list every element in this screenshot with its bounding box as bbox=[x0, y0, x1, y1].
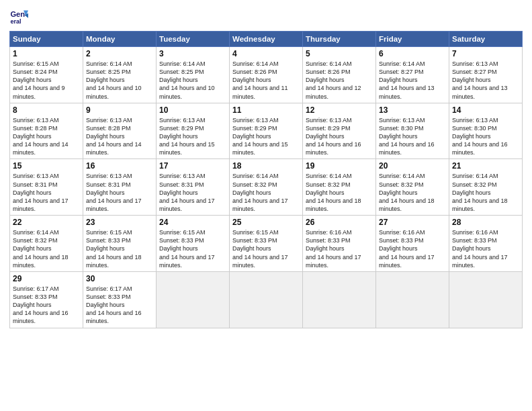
header-sunday: Sunday bbox=[10, 32, 83, 47]
logo: Gen eral bbox=[9, 7, 31, 26]
calendar-table: Sunday Monday Tuesday Wednesday Thursday… bbox=[9, 31, 523, 328]
day-number: 17 bbox=[159, 161, 226, 171]
table-row: 9 Sunrise: 6:13 AMSunset: 8:28 PMDayligh… bbox=[83, 103, 157, 159]
day-number: 6 bbox=[379, 49, 446, 58]
calendar-week-row: 22 Sunrise: 6:14 AMSunset: 8:32 PMDaylig… bbox=[10, 216, 523, 272]
cell-info: Sunrise: 6:14 AMSunset: 8:25 PMDaylight … bbox=[86, 60, 153, 101]
table-row: 27 Sunrise: 6:16 AMSunset: 8:33 PMDaylig… bbox=[376, 216, 449, 272]
day-number: 3 bbox=[159, 49, 226, 58]
day-number: 8 bbox=[13, 105, 80, 115]
cell-info: Sunrise: 6:13 AMSunset: 8:31 PMDaylight … bbox=[13, 172, 80, 213]
table-row: 17 Sunrise: 6:13 AMSunset: 8:31 PMDaylig… bbox=[157, 159, 230, 216]
cell-info: Sunrise: 6:13 AMSunset: 8:29 PMDaylight … bbox=[232, 116, 300, 157]
day-number: 21 bbox=[452, 161, 519, 171]
table-row: 11 Sunrise: 6:13 AMSunset: 8:29 PMDaylig… bbox=[230, 103, 303, 159]
cell-info: Sunrise: 6:14 AMSunset: 8:32 PMDaylight … bbox=[452, 172, 519, 213]
cell-info: Sunrise: 6:15 AMSunset: 8:33 PMDaylight … bbox=[232, 228, 300, 269]
cell-info: Sunrise: 6:16 AMSunset: 8:33 PMDaylight … bbox=[306, 228, 373, 269]
table-row: 23 Sunrise: 6:15 AMSunset: 8:33 PMDaylig… bbox=[83, 216, 157, 272]
table-row: 2 Sunrise: 6:14 AMSunset: 8:25 PMDayligh… bbox=[83, 47, 157, 103]
cell-info: Sunrise: 6:16 AMSunset: 8:33 PMDaylight … bbox=[452, 228, 519, 269]
day-number: 18 bbox=[232, 161, 300, 171]
table-row: 3 Sunrise: 6:14 AMSunset: 8:25 PMDayligh… bbox=[157, 47, 230, 103]
cell-info: Sunrise: 6:14 AMSunset: 8:32 PMDaylight … bbox=[379, 172, 446, 213]
cell-info: Sunrise: 6:14 AMSunset: 8:27 PMDaylight … bbox=[379, 60, 446, 101]
calendar-page: Gen eral Sunday Monday Tuesday Wednesday… bbox=[0, 0, 532, 411]
day-number: 15 bbox=[13, 161, 80, 171]
cell-info: Sunrise: 6:14 AMSunset: 8:32 PMDaylight … bbox=[13, 228, 80, 269]
day-number: 24 bbox=[159, 218, 226, 227]
table-row: 30 Sunrise: 6:17 AMSunset: 8:33 PMDaylig… bbox=[83, 271, 157, 328]
table-row: 10 Sunrise: 6:13 AMSunset: 8:29 PMDaylig… bbox=[157, 103, 230, 159]
table-row bbox=[303, 271, 376, 328]
cell-info: Sunrise: 6:15 AMSunset: 8:24 PMDaylight … bbox=[13, 60, 80, 101]
table-row bbox=[230, 271, 303, 328]
day-number: 10 bbox=[159, 105, 226, 115]
day-number: 1 bbox=[13, 49, 80, 58]
svg-text:Gen: Gen bbox=[10, 10, 25, 18]
cell-info: Sunrise: 6:13 AMSunset: 8:30 PMDaylight … bbox=[379, 116, 446, 157]
cell-info: Sunrise: 6:17 AMSunset: 8:33 PMDaylight … bbox=[13, 285, 80, 326]
table-row: 22 Sunrise: 6:14 AMSunset: 8:32 PMDaylig… bbox=[10, 216, 83, 272]
header-saturday: Saturday bbox=[449, 32, 523, 47]
day-number: 5 bbox=[306, 49, 373, 58]
day-number: 20 bbox=[379, 161, 446, 171]
day-number: 19 bbox=[306, 161, 373, 171]
header: Gen eral bbox=[9, 7, 523, 26]
cell-info: Sunrise: 6:14 AMSunset: 8:26 PMDaylight … bbox=[232, 60, 300, 101]
calendar-header-row: Sunday Monday Tuesday Wednesday Thursday… bbox=[10, 32, 523, 47]
cell-info: Sunrise: 6:17 AMSunset: 8:33 PMDaylight … bbox=[86, 285, 153, 326]
calendar-week-row: 29 Sunrise: 6:17 AMSunset: 8:33 PMDaylig… bbox=[10, 271, 523, 328]
logo-icon: Gen eral bbox=[9, 7, 28, 26]
table-row: 14 Sunrise: 6:13 AMSunset: 8:30 PMDaylig… bbox=[449, 103, 523, 159]
table-row: 12 Sunrise: 6:13 AMSunset: 8:29 PMDaylig… bbox=[303, 103, 376, 159]
day-number: 26 bbox=[306, 218, 373, 227]
header-monday: Monday bbox=[83, 32, 157, 47]
svg-text:eral: eral bbox=[10, 18, 21, 25]
cell-info: Sunrise: 6:14 AMSunset: 8:32 PMDaylight … bbox=[306, 172, 373, 213]
day-number: 29 bbox=[13, 274, 80, 283]
cell-info: Sunrise: 6:13 AMSunset: 8:27 PMDaylight … bbox=[452, 60, 519, 101]
cell-info: Sunrise: 6:13 AMSunset: 8:31 PMDaylight … bbox=[159, 172, 226, 213]
day-number: 12 bbox=[306, 105, 373, 115]
day-number: 7 bbox=[452, 49, 519, 58]
table-row: 18 Sunrise: 6:14 AMSunset: 8:32 PMDaylig… bbox=[230, 159, 303, 216]
day-number: 30 bbox=[86, 274, 153, 283]
table-row: 21 Sunrise: 6:14 AMSunset: 8:32 PMDaylig… bbox=[449, 159, 523, 216]
table-row: 25 Sunrise: 6:15 AMSunset: 8:33 PMDaylig… bbox=[230, 216, 303, 272]
header-tuesday: Tuesday bbox=[157, 32, 230, 47]
day-number: 4 bbox=[232, 49, 300, 58]
table-row: 1 Sunrise: 6:15 AMSunset: 8:24 PMDayligh… bbox=[10, 47, 83, 103]
day-number: 11 bbox=[232, 105, 300, 115]
table-row: 7 Sunrise: 6:13 AMSunset: 8:27 PMDayligh… bbox=[449, 47, 523, 103]
day-number: 9 bbox=[86, 105, 153, 115]
table-row: 5 Sunrise: 6:14 AMSunset: 8:26 PMDayligh… bbox=[303, 47, 376, 103]
cell-info: Sunrise: 6:14 AMSunset: 8:25 PMDaylight … bbox=[159, 60, 226, 101]
table-row: 16 Sunrise: 6:13 AMSunset: 8:31 PMDaylig… bbox=[83, 159, 157, 216]
header-wednesday: Wednesday bbox=[230, 32, 303, 47]
day-number: 27 bbox=[379, 218, 446, 227]
cell-info: Sunrise: 6:13 AMSunset: 8:31 PMDaylight … bbox=[86, 172, 153, 213]
table-row: 20 Sunrise: 6:14 AMSunset: 8:32 PMDaylig… bbox=[376, 159, 449, 216]
table-row: 26 Sunrise: 6:16 AMSunset: 8:33 PMDaylig… bbox=[303, 216, 376, 272]
table-row bbox=[157, 271, 230, 328]
table-row: 6 Sunrise: 6:14 AMSunset: 8:27 PMDayligh… bbox=[376, 47, 449, 103]
day-number: 2 bbox=[86, 49, 153, 58]
day-number: 16 bbox=[86, 161, 153, 171]
cell-info: Sunrise: 6:13 AMSunset: 8:29 PMDaylight … bbox=[159, 116, 226, 157]
day-number: 22 bbox=[13, 218, 80, 227]
calendar-week-row: 15 Sunrise: 6:13 AMSunset: 8:31 PMDaylig… bbox=[10, 159, 523, 216]
table-row: 8 Sunrise: 6:13 AMSunset: 8:28 PMDayligh… bbox=[10, 103, 83, 159]
table-row: 15 Sunrise: 6:13 AMSunset: 8:31 PMDaylig… bbox=[10, 159, 83, 216]
table-row bbox=[449, 271, 523, 328]
calendar-week-row: 1 Sunrise: 6:15 AMSunset: 8:24 PMDayligh… bbox=[10, 47, 523, 103]
cell-info: Sunrise: 6:13 AMSunset: 8:28 PMDaylight … bbox=[13, 116, 80, 157]
table-row: 13 Sunrise: 6:13 AMSunset: 8:30 PMDaylig… bbox=[376, 103, 449, 159]
cell-info: Sunrise: 6:14 AMSunset: 8:26 PMDaylight … bbox=[306, 60, 373, 101]
cell-info: Sunrise: 6:15 AMSunset: 8:33 PMDaylight … bbox=[159, 228, 226, 269]
day-number: 13 bbox=[379, 105, 446, 115]
table-row: 29 Sunrise: 6:17 AMSunset: 8:33 PMDaylig… bbox=[10, 271, 83, 328]
calendar-week-row: 8 Sunrise: 6:13 AMSunset: 8:28 PMDayligh… bbox=[10, 103, 523, 159]
table-row: 4 Sunrise: 6:14 AMSunset: 8:26 PMDayligh… bbox=[230, 47, 303, 103]
cell-info: Sunrise: 6:13 AMSunset: 8:28 PMDaylight … bbox=[86, 116, 153, 157]
